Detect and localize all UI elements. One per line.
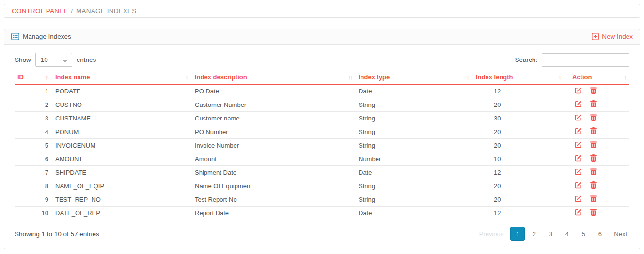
pencil-square-icon: [575, 141, 582, 148]
table-row: 2 CUSTNO Customer Number String 20: [15, 98, 629, 111]
column-header-index-type[interactable]: Index type ↑↓: [356, 72, 473, 84]
edit-button[interactable]: [575, 100, 582, 107]
sort-icon: ↑↓: [558, 75, 562, 80]
delete-button[interactable]: [590, 100, 597, 107]
pencil-square-icon: [575, 154, 582, 162]
edit-button[interactable]: [575, 195, 582, 202]
edit-button[interactable]: [575, 114, 582, 121]
pagination-page-6[interactable]: 6: [593, 227, 607, 241]
cell-id: 4: [15, 125, 52, 138]
edit-button[interactable]: [575, 209, 582, 216]
edit-button[interactable]: [575, 87, 582, 94]
delete-button[interactable]: [590, 168, 597, 175]
cell-action: [565, 152, 629, 165]
cell-action: [565, 84, 629, 98]
delete-button[interactable]: [590, 114, 597, 121]
delete-button[interactable]: [590, 154, 597, 162]
cell-id: 10: [15, 206, 52, 220]
delete-button[interactable]: [590, 209, 597, 216]
panel-header: Manage Indexes New Index: [4, 29, 640, 45]
delete-button[interactable]: [590, 181, 597, 189]
column-label: ID: [17, 74, 24, 81]
cell-index-name: SHIPDATE: [52, 165, 192, 179]
cell-index-name: INVOICENUM: [52, 138, 192, 152]
column-label: Index type: [359, 74, 390, 81]
table-footer: Showing 1 to 10 of 57 entries Previous 1…: [15, 227, 629, 241]
page-length-select[interactable]: 10: [35, 53, 72, 67]
trash-icon: [590, 195, 597, 202]
cell-index-type: String: [356, 111, 473, 125]
pagination-page-5[interactable]: 5: [576, 227, 591, 241]
column-header-action[interactable]: Action ↑: [565, 72, 629, 84]
table-row: 9 TEST_REP_NO Test Report No String 20: [15, 193, 629, 206]
search-label: Search:: [515, 56, 537, 63]
delete-button[interactable]: [590, 87, 597, 94]
pagination-page-2[interactable]: 2: [527, 227, 541, 241]
panel-title: Manage Indexes: [11, 33, 71, 40]
breadcrumb-control-panel-link[interactable]: CONTROL PANEL: [12, 7, 67, 15]
delete-button[interactable]: [590, 195, 597, 202]
sort-icon: ↑↓: [348, 75, 353, 80]
pagination-page-1[interactable]: 1: [510, 227, 525, 241]
edit-button[interactable]: [575, 181, 582, 189]
column-label: Index length: [476, 74, 513, 81]
column-header-id[interactable]: ID ↑↓: [15, 72, 52, 84]
search-input[interactable]: [542, 53, 629, 67]
trash-icon: [590, 127, 597, 134]
pencil-square-icon: [575, 168, 582, 175]
column-label: Action: [572, 74, 592, 81]
new-index-button[interactable]: New Index: [592, 33, 633, 40]
sort-icon: ↑↓: [45, 75, 49, 80]
cell-index-type: String: [356, 125, 473, 138]
trash-icon: [590, 100, 597, 107]
column-label: Index name: [55, 74, 90, 81]
cell-index-name: PONUM: [52, 125, 192, 138]
cell-action: [565, 179, 629, 193]
column-header-index-length[interactable]: Index length ↑↓: [473, 72, 565, 84]
cell-index-length: 12: [473, 165, 565, 179]
pagination-page-3[interactable]: 3: [543, 227, 558, 241]
cell-action: [565, 138, 629, 152]
trash-icon: [590, 209, 597, 216]
cell-index-description: Amount: [192, 152, 356, 165]
cell-index-length: 30: [473, 111, 565, 125]
trash-icon: [590, 114, 597, 121]
cell-index-type: Date: [356, 165, 473, 179]
pencil-square-icon: [575, 209, 582, 216]
cell-index-type: Number: [356, 152, 473, 165]
pagination-next[interactable]: Next: [612, 227, 629, 241]
delete-button[interactable]: [590, 141, 597, 148]
pencil-square-icon: [575, 87, 582, 94]
cell-index-type: Date: [356, 84, 473, 98]
delete-button[interactable]: [590, 127, 597, 134]
cell-id: 5: [15, 138, 52, 152]
cell-index-length: 12: [473, 206, 565, 220]
edit-button[interactable]: [575, 168, 582, 175]
cell-action: [565, 111, 629, 125]
cell-index-description: Name Of Equipment: [192, 179, 356, 193]
cell-index-name: CUSTNAME: [52, 111, 192, 125]
pagination-previous[interactable]: Previous: [477, 227, 506, 241]
show-label: Show: [15, 56, 31, 63]
column-header-index-name[interactable]: Index name ↑↓: [52, 72, 192, 84]
panel-body: Show 10 entries Search:: [4, 45, 640, 249]
cell-index-type: String: [356, 138, 473, 152]
cell-action: [565, 98, 629, 111]
edit-button[interactable]: [575, 154, 582, 162]
pagination-page-4[interactable]: 4: [560, 227, 574, 241]
column-header-index-description[interactable]: Index description ↑↓: [192, 72, 356, 84]
search-control: Search:: [515, 53, 629, 67]
pencil-square-icon: [575, 114, 582, 121]
cell-id: 1: [15, 84, 52, 98]
cell-action: [565, 165, 629, 179]
edit-button[interactable]: [575, 127, 582, 134]
cell-index-name: TEST_REP_NO: [52, 193, 192, 206]
cell-id: 6: [15, 152, 52, 165]
table-controls: Show 10 entries Search:: [15, 53, 629, 67]
cell-id: 7: [15, 165, 52, 179]
breadcrumb-separator: /: [71, 7, 73, 15]
cell-index-length: 20: [473, 179, 565, 193]
new-index-label: New Index: [602, 33, 633, 40]
edit-button[interactable]: [575, 141, 582, 148]
cell-index-description: PO Number: [192, 125, 356, 138]
